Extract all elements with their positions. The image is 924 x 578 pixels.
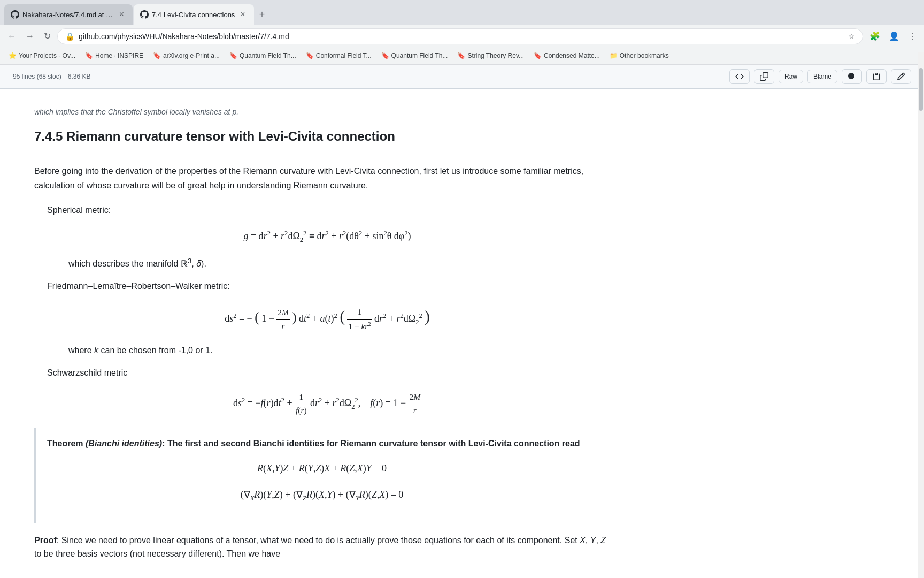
proof-title: Proof [34, 536, 57, 545]
edit-button[interactable] [891, 69, 911, 84]
bookmark-qft1[interactable]: 🔖 Quantum Field Th... [225, 50, 301, 62]
proof-section: Proof: Since we need to prove linear equ… [34, 534, 607, 561]
scrollbar-thumb[interactable] [919, 68, 923, 111]
file-header: 95 lines (68 sloc) 6.36 KB Raw [0, 65, 924, 89]
markdown-body: which implies that the Christoffel symbo… [0, 89, 642, 578]
proof-body: : Since we need to prove linear equation… [34, 536, 606, 559]
desktop-icon [848, 72, 856, 81]
bookmark-label-string: String Theory Rev... [467, 52, 524, 59]
bookmark-other-label: Other bookmarks [620, 52, 669, 59]
scrollbar[interactable] [918, 52, 924, 578]
folder-icon: 📁 [610, 52, 618, 59]
nav-bar: ← → ↻ 🔒 ☆ 🧩 👤 ⋮ [0, 25, 924, 48]
lock-icon: 🔒 [65, 32, 74, 41]
bookmark-label-cft: Conformal Field T... [316, 52, 372, 59]
bookmark-condensed[interactable]: 🔖 Condensed Matte... [529, 50, 604, 62]
bookmark-icon-arxiv: 🔖 [153, 52, 161, 59]
tab-2-close[interactable]: × [238, 9, 247, 20]
bookmark-label-qft2: Quantum Field Th... [391, 52, 448, 59]
list-item-2: Friedmann–Lemaître–Robertson–Walker metr… [47, 279, 607, 358]
theorem-body-text: : The first and second Bianchi identitie… [162, 439, 580, 448]
github-icon-tab1 [11, 10, 19, 19]
item-1-header: Spherical metric: [47, 203, 607, 217]
flrw-formula: ds2 = − ( 1 − 2M r ) dt2 + a(t)2 ( 1 [47, 304, 607, 333]
github-icon-tab2 [140, 10, 149, 19]
list-item-3: Schwarzschild metric ds2 = −f(r)dt2 + 1 … [47, 366, 607, 417]
code-icon [735, 72, 744, 81]
bookmark-inspire[interactable]: 🔖 Home · INSPIRE [81, 50, 148, 62]
tab-1[interactable]: Nakahara-Notes/7.4.md at m... × [4, 4, 133, 25]
bookmark-label-condensed: Condensed Matte... [544, 52, 600, 59]
bookmarks-bar: ⭐ Your Projects - Ov... 🔖 Home · INSPIRE… [0, 48, 924, 64]
bookmark-icon-cft: 🔖 [306, 52, 314, 59]
bookmark-qft2[interactable]: 🔖 Quantum Field Th... [377, 50, 452, 62]
theorem-name: (Bianchi identities) [86, 439, 162, 448]
bookmark-cft[interactable]: 🔖 Conformal Field T... [302, 50, 376, 62]
bookmark-string[interactable]: 🔖 String Theory Rev... [453, 50, 528, 62]
spherical-formula: g = dr2 + r2dΩ22 ≡ dr2 + r2(dθ2 + sin2θ … [47, 228, 607, 245]
blame-button[interactable]: Blame [807, 70, 837, 83]
bookmark-arxiv[interactable]: 🔖 arXiv.org e-Print a... [149, 50, 224, 62]
copy-raw-button[interactable] [754, 69, 774, 84]
metrics-list: Spherical metric: g = dr2 + r2dΩ22 ≡ dr2… [47, 203, 607, 417]
clipboard-icon [872, 72, 881, 81]
item-2-subtext: where k can be chosen from -1,0 or 1. [68, 344, 607, 358]
main-content-wrapper: 95 lines (68 sloc) 6.36 KB Raw [0, 65, 924, 578]
extensions-button[interactable]: 🧩 [866, 28, 883, 44]
copy-icon [760, 72, 768, 81]
bianchi-formula-1: R(X,Y)Z + R(Y,Z)X + R(Z,X)Y = 0 [47, 461, 597, 476]
proof-text: Proof: Since we need to prove linear equ… [34, 534, 607, 561]
theorem-box: Theorem (Bianchi identities): The first … [34, 428, 607, 523]
bookmark-your-projects[interactable]: ⭐ Your Projects - Ov... [4, 50, 80, 62]
forward-button[interactable]: → [22, 28, 37, 44]
file-lines: 95 lines (68 sloc) [13, 73, 61, 80]
tab-1-title: Nakahara-Notes/7.4.md at m... [22, 11, 114, 19]
back-button[interactable]: ← [4, 28, 19, 44]
bookmark-label-arxiv: arXiv.org e-Print a... [163, 52, 220, 59]
browser-chrome: Nakahara-Notes/7.4.md at m... × 7.4 Levi… [0, 0, 924, 65]
bookmark-label-inspire: Home · INSPIRE [95, 52, 143, 59]
profile-button[interactable]: 👤 [886, 28, 903, 44]
address-bar[interactable]: 🔒 ☆ [57, 28, 863, 44]
theorem-prefix: Theorem [47, 439, 86, 448]
new-tab-button[interactable]: + [255, 5, 270, 25]
bianchi-formula-2: (∇XR)(Y,Z) + (∇ZR)(X,Y) + (∇YR)(Z,X) = 0 [47, 487, 597, 504]
file-meta: 95 lines (68 sloc) 6.36 KB [13, 73, 90, 80]
menu-button[interactable]: ⋮ [905, 28, 920, 44]
star-icon[interactable]: ☆ [848, 32, 855, 41]
schwarzschild-formula: ds2 = −f(r)dt2 + 1 f(r) dr2 + r2dΩ22, f(… [47, 391, 607, 417]
bookmark-icon-string: 🔖 [457, 52, 465, 59]
code-view-button[interactable] [729, 69, 750, 84]
intro-paragraph: Before going into the derivation of the … [34, 164, 607, 193]
pencil-icon [897, 72, 905, 81]
intro-text: which implies that the Christoffel symbo… [34, 106, 607, 118]
url-input[interactable] [79, 32, 844, 41]
theorem-title: Theorem (Bianchi identities): The first … [47, 437, 597, 451]
raw-button[interactable]: Raw [779, 70, 803, 83]
copy-button[interactable] [866, 69, 887, 84]
tab-2[interactable]: 7.4 Levi-Civita connections × [134, 4, 254, 25]
item-1-subtext: which describes the manifold ℝ3, δ). [68, 255, 607, 271]
section-title: 7.4.5 Riemann curvature tensor with Levi… [34, 126, 607, 153]
content-area: 95 lines (68 sloc) 6.36 KB Raw [0, 65, 924, 578]
reload-button[interactable]: ↻ [41, 28, 54, 44]
tab-2-title: 7.4 Levi-Civita connections [152, 11, 235, 19]
bookmark-icon-qft2: 🔖 [381, 52, 389, 59]
list-item-1: Spherical metric: g = dr2 + r2dΩ22 ≡ dr2… [47, 203, 607, 271]
tab-bar: Nakahara-Notes/7.4.md at m... × 7.4 Levi… [0, 0, 924, 25]
item-3-header: Schwarzschild metric [47, 366, 607, 380]
bookmark-label-qft1: Quantum Field Th... [240, 52, 296, 59]
bookmark-other[interactable]: 📁 Other bookmarks [605, 50, 673, 62]
bookmark-label-projects: Your Projects - Ov... [19, 52, 75, 59]
file-actions: Raw Blame [729, 69, 911, 84]
bookmark-icon-condensed: 🔖 [534, 52, 542, 59]
nav-icons: 🧩 👤 ⋮ [866, 28, 920, 44]
file-size: 6.36 KB [68, 73, 91, 80]
tab-1-close[interactable]: × [117, 9, 126, 20]
bookmark-icon-inspire: 🔖 [85, 52, 93, 59]
bookmark-icon-projects: ⭐ [9, 52, 17, 59]
bookmark-icon-qft1: 🔖 [229, 52, 237, 59]
item-2-header: Friedmann–Lemaître–Robertson–Walker metr… [47, 279, 607, 293]
desktop-view-button[interactable] [842, 69, 862, 84]
